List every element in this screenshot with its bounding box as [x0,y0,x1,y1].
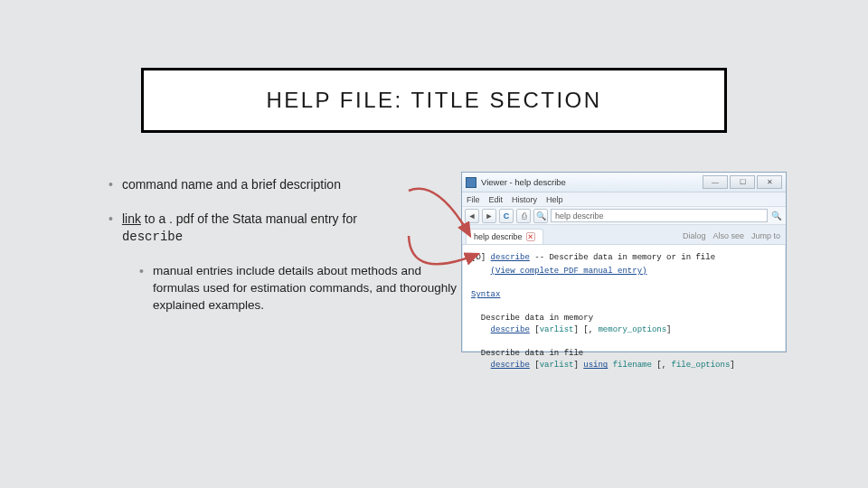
viewer-tabbar: help describe × Dialog Also see Jump to [462,225,786,245]
minimize-button[interactable]: — [703,175,728,189]
menu-help[interactable]: Help [546,195,563,204]
jump-to-dropdown[interactable]: Jump to [751,231,780,240]
title-box: HELP FILE: TITLE SECTION [141,68,727,133]
viewer-title: Viewer - help describe [481,177,566,187]
varlist-2: varlist [540,361,574,370]
bullet-2-rest: to a . pdf of the Stata manual entry for [141,211,357,226]
close-button[interactable]: ✕ [757,175,782,189]
file-options: file_options [672,361,731,370]
refresh-button[interactable]: C [499,209,514,223]
address-text: help describe [555,211,604,221]
bullet-1-text: command name and a brief description [122,176,341,194]
title-line: [D] describe -- Describe data in memory … [471,252,777,264]
tab-right-controls: Dialog Also see Jump to [683,231,780,240]
menu-history[interactable]: History [512,195,537,204]
bullet-dot-icon: • [108,176,113,194]
stata-viewer-window: Viewer - help describe — ☐ ✕ File Edit H… [461,172,787,352]
bullet-1: • command name and a brief description [108,176,466,194]
manual-tag: [D] [471,253,491,262]
find-button[interactable]: 🔍 [533,209,548,223]
bullet-3-text: manual entries include details about met… [153,263,466,314]
bullet-3: • manual entries include details about m… [139,263,466,314]
forward-button[interactable]: ► [482,209,496,223]
slide-title: HELP FILE: TITLE SECTION [266,88,601,113]
viewer-menubar: File Edit History Help [462,192,786,207]
syntax-group-1-line: describe [varlist] [, memory_options] [471,324,777,336]
menu-edit[interactable]: Edit [489,195,504,204]
slide: HELP FILE: TITLE SECTION • command name … [0,0,868,488]
print-button[interactable]: ⎙ [516,209,531,223]
menu-file[interactable]: File [467,195,480,204]
title-desc: -- Describe data in memory or in file [530,253,715,262]
syntax-group-1-title: Describe data in memory [471,313,777,324]
pdf-manual-link[interactable]: (View complete PDF manual entry) [491,267,647,276]
back-button[interactable]: ◄ [465,209,479,223]
viewer-body: [D] describe -- Describe data in memory … [462,245,786,379]
syntax-group-2-line: describe [varlist] using filename [, fil… [471,360,777,371]
syntax-group-2-title: Describe data in file [471,348,777,360]
window-controls: — ☐ ✕ [703,175,782,189]
bullet-2: • link to a . pdf of the Stata manual en… [108,211,466,247]
syntax-header[interactable]: Syntax [471,290,500,299]
varlist-1: varlist [540,325,574,334]
viewer-toolbar: ◄ ► C ⎙ 🔍 help describe 🔍 [462,207,786,225]
bullet-dot-icon: • [108,211,113,229]
also-see-dropdown[interactable]: Also see [712,231,744,240]
viewer-titlebar[interactable]: Viewer - help describe — ☐ ✕ [462,173,786,192]
dialog-dropdown[interactable]: Dialog [683,231,706,240]
bullet-2-text: link to a . pdf of the Stata manual entr… [122,211,357,247]
bullet-2-code: describe [122,230,183,244]
using-keyword: using [583,361,608,370]
memory-options: memory_options [598,325,666,334]
address-input[interactable]: help describe [551,209,768,222]
filename: filename [613,361,652,370]
tab-help-describe[interactable]: help describe × [466,229,543,244]
bullet-dot-icon: • [139,263,144,281]
tab-close-icon[interactable]: × [526,232,535,241]
bullet-list: • command name and a brief description •… [108,176,466,314]
search-icon[interactable]: 🔍 [770,211,783,221]
title-cmd-link[interactable]: describe [491,253,530,262]
bullet-2-link-word: link [122,211,141,226]
syntax-cmd-1[interactable]: describe [491,325,530,334]
pdf-link-line: (View complete PDF manual entry) [471,266,777,277]
maximize-button[interactable]: ☐ [730,175,755,189]
tab-label: help describe [474,232,523,241]
viewer-app-icon [466,177,476,188]
syntax-cmd-2[interactable]: describe [491,361,530,370]
